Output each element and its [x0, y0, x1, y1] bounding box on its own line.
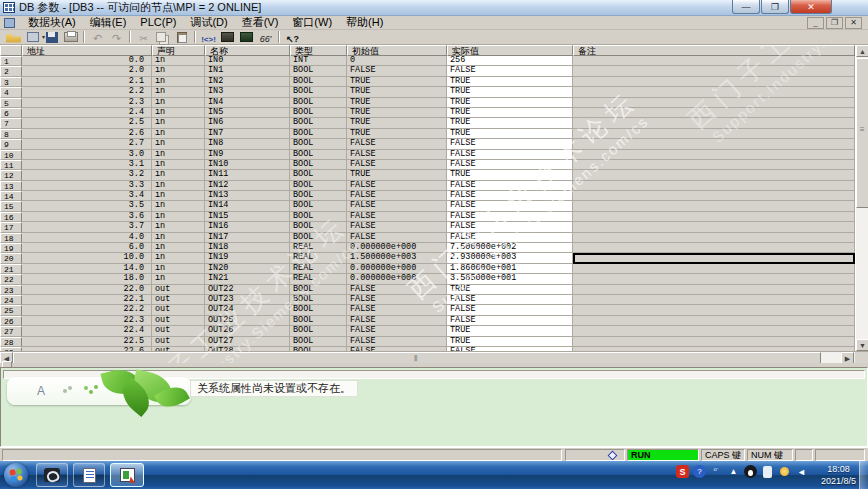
cell-name[interactable]: OUT26 — [205, 326, 290, 336]
cell-actual[interactable]: FALSE — [447, 305, 573, 315]
volume-tray-icon[interactable]: ◄ — [795, 465, 808, 478]
cell-init[interactable]: 0.000000e+000 — [347, 264, 447, 274]
cell-name[interactable]: IN14 — [205, 201, 290, 211]
cell-addr[interactable]: 2.0 — [22, 66, 152, 76]
cell-type[interactable]: BOOL — [290, 170, 347, 180]
cell-comment[interactable] — [573, 326, 855, 336]
cell-init[interactable]: FALSE — [347, 285, 447, 295]
cell-actual[interactable]: TRUE — [447, 108, 573, 118]
cell-type[interactable]: BOOL — [290, 305, 347, 315]
copy-icon[interactable] — [154, 31, 171, 44]
cell-addr[interactable]: 6.0 — [22, 243, 152, 253]
cell-comment[interactable] — [573, 212, 855, 222]
cell-actual[interactable]: FALSE — [447, 66, 573, 76]
cell-addr[interactable]: 18.0 — [22, 274, 152, 284]
cell-decl[interactable]: out — [152, 337, 205, 347]
cell-init[interactable]: TRUE — [347, 87, 447, 97]
open-icon[interactable] — [5, 31, 22, 44]
mdi-close-button[interactable]: ✕ — [845, 17, 862, 29]
cell-init[interactable]: FALSE — [347, 201, 447, 211]
save-icon[interactable] — [43, 31, 60, 44]
cell-comment[interactable] — [573, 129, 855, 139]
cell-decl[interactable]: in — [152, 139, 205, 149]
cell-addr[interactable]: 2.6 — [22, 129, 152, 139]
cell-comment[interactable] — [573, 181, 855, 191]
cell-init[interactable]: FALSE — [347, 222, 447, 232]
cell-decl[interactable]: in — [152, 264, 205, 274]
cell-addr[interactable]: 22.5 — [22, 337, 152, 347]
menu-item-7[interactable]: 帮助(H) — [339, 16, 390, 28]
cell-comment[interactable] — [573, 337, 855, 347]
cell-decl[interactable]: in — [152, 77, 205, 87]
cell-init[interactable]: FALSE — [347, 295, 447, 305]
menu-item-5[interactable]: 查看(V) — [235, 16, 286, 28]
header-actual-value[interactable]: 实际值 — [447, 45, 573, 56]
cell-addr[interactable]: 3.4 — [22, 191, 152, 201]
cell-comment[interactable] — [573, 150, 855, 160]
cell-type[interactable]: INT — [290, 56, 347, 66]
upload-block-icon[interactable] — [219, 31, 236, 44]
menu-item-6[interactable]: 窗口(W) — [285, 16, 339, 28]
cell-comment[interactable] — [573, 98, 855, 108]
scroll-down-button[interactable]: ▼ — [856, 339, 868, 351]
undo-icon[interactable] — [89, 31, 106, 44]
cell-comment[interactable] — [573, 108, 855, 118]
cell-addr[interactable]: 3.1 — [22, 160, 152, 170]
cell-decl[interactable]: in — [152, 222, 205, 232]
cell-init[interactable]: FALSE — [347, 233, 447, 243]
taskbar-app-simatic[interactable] — [36, 463, 68, 487]
cell-name[interactable]: OUT25 — [205, 316, 290, 326]
cell-addr[interactable]: 10.0 — [22, 253, 152, 263]
restore-button[interactable]: ❐ — [761, 0, 789, 14]
cell-type[interactable]: BOOL — [290, 316, 347, 326]
cell-actual[interactable]: TRUE — [447, 77, 573, 87]
cell-decl[interactable]: out — [152, 316, 205, 326]
cell-decl[interactable]: in — [152, 150, 205, 160]
update-tray-icon[interactable] — [780, 467, 789, 476]
cell-decl[interactable]: out — [152, 305, 205, 315]
cell-actual[interactable]: TRUE — [447, 87, 573, 97]
cell-comment[interactable] — [573, 201, 855, 211]
cell-decl[interactable]: out — [152, 326, 205, 336]
print-icon[interactable] — [62, 31, 79, 44]
cell-comment[interactable] — [573, 191, 855, 201]
cell-decl[interactable]: in — [152, 201, 205, 211]
cell-addr[interactable]: 22.0 — [22, 285, 152, 295]
cell-decl[interactable]: in — [152, 253, 205, 263]
cell-decl[interactable]: out — [152, 285, 205, 295]
cell-init[interactable]: FALSE — [347, 305, 447, 315]
cell-comment[interactable] — [573, 285, 855, 295]
cell-init[interactable]: FALSE — [347, 316, 447, 326]
cell-init[interactable]: TRUE — [347, 118, 447, 128]
monitor-block-icon[interactable] — [238, 31, 255, 44]
cell-actual[interactable]: TRUE — [447, 129, 573, 139]
cell-type[interactable]: BOOL — [290, 160, 347, 170]
cell-addr[interactable]: 4.0 — [22, 233, 152, 243]
menu-item-4[interactable]: 调试(D) — [183, 16, 234, 28]
header-name[interactable]: 名称 — [205, 45, 290, 56]
cell-actual[interactable]: 256 — [447, 56, 573, 66]
cell-addr[interactable]: 3.0 — [22, 150, 152, 160]
horizontal-scrollbar[interactable]: ◀ ▶ — [0, 351, 868, 363]
ime-tray-icon[interactable]: ⁰˙ — [710, 465, 723, 478]
taskbar-app-db-editor[interactable] — [110, 463, 144, 487]
help-pointer-icon[interactable] — [284, 31, 301, 44]
scroll-up-button[interactable]: ▲ — [856, 45, 868, 57]
cell-init[interactable]: FALSE — [347, 139, 447, 149]
cell-comment[interactable] — [573, 118, 855, 128]
cell-type[interactable]: BOOL — [290, 108, 347, 118]
header-comment[interactable]: 备注 — [573, 45, 855, 56]
mdi-restore-button[interactable]: ❐ — [826, 17, 843, 29]
cell-addr[interactable]: 3.3 — [22, 181, 152, 191]
cell-actual[interactable]: TRUE — [447, 326, 573, 336]
cell-type[interactable]: REAL — [290, 264, 347, 274]
cell-name[interactable]: IN12 — [205, 181, 290, 191]
start-button[interactable] — [4, 463, 28, 487]
cell-name[interactable]: IN4 — [205, 98, 290, 108]
cell-init[interactable]: 1.500000e+003 — [347, 253, 447, 263]
cell-name[interactable]: IN20 — [205, 264, 290, 274]
taskbar-app-editor[interactable] — [73, 463, 105, 487]
cell-name[interactable]: OUT27 — [205, 337, 290, 347]
cell-actual[interactable]: FALSE — [447, 160, 573, 170]
cell-actual[interactable]: FALSE — [447, 191, 573, 201]
